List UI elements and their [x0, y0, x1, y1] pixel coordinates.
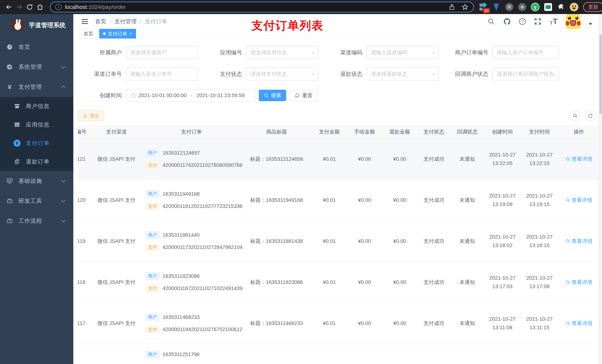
github-icon[interactable]	[503, 18, 511, 25]
view-detail-link[interactable]: 查看详情	[565, 320, 592, 327]
col-id: 编号	[78, 125, 91, 138]
sidebar-item-pay[interactable]: ¥ 支付管理	[0, 77, 73, 97]
user-avatar[interactable]	[566, 14, 580, 29]
gear-icon	[6, 64, 13, 70]
create-time-range-picker[interactable]: 2021-10-01 00:00:00 - 2021-10-31 23:59:5…	[126, 89, 256, 102]
extension-y-icon[interactable]: y	[531, 3, 539, 11]
view-detail-link[interactable]: 查看详情	[565, 279, 592, 286]
col-status: 支付状态	[417, 125, 451, 138]
merchant-tag: 商户	[146, 313, 160, 321]
address-bar[interactable]: i localhost:1024/pay/order	[50, 2, 474, 12]
breadcrumb-pay[interactable]: 支付管理	[114, 18, 137, 25]
sidebar-item-pay-order[interactable]: ¥ 支付订单	[0, 134, 73, 152]
filter-row-2: 渠道订单号 支付状态 请选择支付状态 退款状态 请选择退款状态	[78, 68, 602, 81]
font-size-icon[interactable]: TT	[550, 18, 558, 25]
sidebar-submenu-pay: 商户信息 应用信息 ¥ 支付订单 退款订单	[0, 97, 73, 171]
show-search-toggle-button[interactable]	[570, 110, 580, 121]
briefcase-icon	[6, 218, 13, 224]
pay-status-select[interactable]: 请选择支付状态	[246, 68, 318, 81]
range-start-value: 2021-10-01 00:00:00	[139, 93, 187, 98]
user-menu-caret-icon[interactable]	[589, 23, 592, 25]
search-icon[interactable]	[487, 18, 495, 25]
channel-order-no-input[interactable]	[130, 71, 194, 77]
sidebar-item-infra[interactable]: 基础设施	[0, 171, 73, 191]
sidebar-item-home[interactable]: 首页	[0, 37, 73, 57]
tab-pay-order[interactable]: 支付订单 ×	[99, 29, 136, 39]
refresh-button[interactable]	[585, 110, 596, 121]
refund-status-select[interactable]: 请选择退款状态	[366, 68, 439, 81]
pay-tag: 支付	[146, 244, 160, 251]
merchant-select[interactable]	[126, 46, 198, 59]
view-detail-link[interactable]: 查看详情	[565, 238, 592, 245]
extensions-puzzle-icon[interactable]	[557, 3, 565, 11]
browser-home-icon[interactable]	[35, 2, 45, 12]
monitor-chart-icon	[6, 177, 13, 184]
share-icon[interactable]	[449, 4, 455, 10]
sidebar: 芋道管理系统 首页 系统管理 ¥ 支付管理	[0, 14, 73, 364]
sidebar-item-system[interactable]: 系统管理	[0, 57, 73, 77]
merchant-tag: 商户	[146, 351, 160, 358]
browser-back-icon[interactable]	[4, 2, 14, 12]
extensions-row: 10 ⌘ y	[479, 3, 578, 11]
app-title: 芋道管理系统	[29, 21, 65, 29]
extension-recorder-icon[interactable]	[518, 3, 527, 11]
merchant-order-no-input[interactable]	[497, 50, 555, 55]
close-icon[interactable]: ×	[129, 31, 132, 36]
chevron-down-icon	[312, 50, 315, 54]
fullscreen-icon[interactable]	[534, 18, 542, 25]
extension-command-icon[interactable]: ⌘	[505, 3, 514, 11]
help-icon[interactable]: ?	[519, 18, 526, 25]
bookmark-star-icon[interactable]	[462, 3, 469, 10]
table-row: 121 微信 JSAPI 支付 商户1635312124657 支付420000…	[78, 138, 600, 180]
yen-circle-icon: ¥	[13, 140, 21, 147]
view-detail-link[interactable]: 查看详情	[565, 156, 592, 163]
profile-emoji-icon[interactable]	[570, 3, 578, 11]
view-detail-link[interactable]: 查看详情	[565, 197, 592, 204]
breadcrumb-home[interactable]: 首页	[95, 18, 106, 25]
sidebar-item-app-info[interactable]: 应用信息	[0, 115, 73, 134]
export-button[interactable]: 导出	[78, 110, 104, 121]
channel-code-select[interactable]: 请输入渠道编码	[366, 46, 439, 59]
sidebar-item-merchant-info[interactable]: 商户信息	[0, 97, 73, 115]
clock-icon	[130, 93, 136, 98]
browser-forward-icon[interactable]	[14, 2, 24, 12]
filter-merchant: 所属商户	[78, 46, 198, 59]
table-row: 118 微信 JSAPI 支付 商户1635311823086 支付420000…	[78, 262, 600, 303]
sidebar-item-devtools[interactable]: 研发工具	[0, 191, 73, 211]
app-select[interactable]: 请选择应用信息	[246, 46, 318, 59]
merchant-tag: 商户	[146, 272, 160, 280]
tab-home[interactable]: 首页	[80, 29, 97, 39]
chevron-down-icon	[61, 218, 65, 222]
notify-status-select[interactable]: 请选择订单回调商户状态	[492, 68, 559, 81]
page-header: 首页 / 支付管理 / 支付订单 支付订单列表 ? TT	[73, 14, 602, 29]
orders-table: 编号 支付渠道 支付订单 商品标题 支付金额 手续金额 退款金额 支付状态 回调…	[78, 125, 600, 364]
sidebar-item-workflow[interactable]: 工作流程	[0, 211, 73, 231]
site-info-icon[interactable]: i	[55, 4, 62, 10]
browser-reload-icon[interactable]	[24, 2, 35, 12]
search-button[interactable]: 搜索	[259, 90, 286, 101]
table-row: 119 微信 JSAPI 支付 商户1635311881440 支付420000…	[78, 221, 600, 262]
extension-badge: 10	[483, 8, 490, 13]
extension-widget-icon[interactable]: 10	[479, 3, 488, 11]
orders-table-container: 编号 支付渠道 支付订单 商品标题 支付金额 手续金额 退款金额 支付状态 回调…	[78, 125, 602, 364]
chrome-update-button[interactable]: 更新	[583, 2, 602, 12]
col-amount: 支付金额	[312, 125, 347, 138]
chevron-down-icon	[432, 72, 435, 75]
reset-button[interactable]: 重置	[290, 90, 318, 101]
yen-icon: ¥	[6, 84, 13, 90]
sidebar-item-refund-order[interactable]: 退款订单	[0, 152, 73, 171]
extension-chat-icon[interactable]	[544, 3, 552, 11]
pay-tag: 支付	[146, 285, 160, 292]
scrollbar-thumb[interactable]	[599, 34, 602, 114]
extension-gem-icon[interactable]	[492, 3, 501, 11]
merchant-order-no-input-wrap[interactable]	[492, 46, 559, 59]
merchant-input[interactable]	[130, 50, 194, 55]
table-toolbar: 导出	[78, 110, 602, 121]
channel-order-no-input-wrap[interactable]	[126, 68, 198, 81]
table-row: 120 微信 JSAPI 支付 商户1635311949168 支付420000…	[78, 180, 600, 221]
col-refund: 退款金额	[382, 125, 417, 138]
sidebar-fold-icon[interactable]	[81, 17, 89, 26]
app-logo[interactable]: 芋道管理系统	[0, 14, 73, 36]
chevron-down-icon	[61, 178, 65, 182]
window-scrollbar[interactable]	[599, 14, 602, 364]
